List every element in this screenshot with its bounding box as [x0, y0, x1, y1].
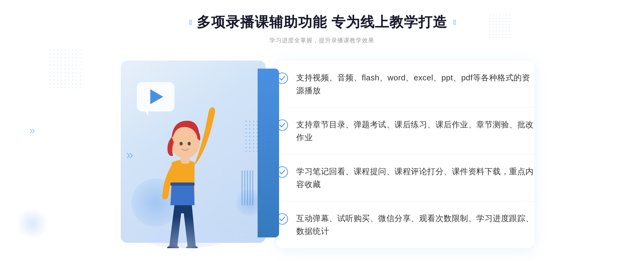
- ground-glow: [131, 216, 239, 248]
- sub-title: 学习进度全掌握，提升录播课教学效果: [189, 36, 455, 44]
- header-section: ⁞⁞ 多项录播课辅助功能 专为线上教学打造 ⁞⁞ 学习进度全掌握，提升录播课教学…: [189, 13, 455, 44]
- features-panel: 支持视频、音频、flash、word、excel、ppt、pdf等各种格式的资源…: [276, 61, 534, 248]
- header-title-row: ⁞⁞ 多项录播课辅助功能 专为线上教学打造 ⁞⁞: [189, 13, 455, 32]
- feature-text-3: 学习笔记回看、课程提问、课程评论打分、课件资料下载，重点内容收藏: [296, 165, 534, 191]
- stripe-decoration: [241, 170, 255, 205]
- chevron-left-decoration: »: [30, 125, 35, 136]
- svg-point-4: [180, 142, 183, 146]
- header-dots-left: ⁞⁞: [189, 18, 191, 27]
- feature-item-3: 学习笔记回看、课程提问、课程评论打分、课件资料下载，重点内容收藏: [276, 160, 534, 196]
- feature-item-4: 互动弹幕、试听购买、微信分享、观看次数限制、学习进度跟踪、数据统计: [276, 207, 534, 243]
- illustration-dots: [244, 120, 268, 152]
- svg-rect-6: [170, 182, 195, 186]
- bottom-left-circle-decoration: [16, 207, 48, 240]
- feature-text-2: 支持章节目录、弹题考试、课后练习、课后作业、章节测验、批改作业: [296, 118, 534, 144]
- blue-side-panel: [258, 69, 279, 237]
- illustration-chevrons: »: [126, 147, 131, 162]
- content-section: »: [110, 61, 534, 248]
- divider-2: [276, 154, 534, 155]
- dots-decoration-right: [488, 13, 510, 40]
- svg-point-5: [188, 142, 191, 146]
- dots-decoration-left: [48, 48, 80, 91]
- main-title: 多项录播课辅助功能 专为线上教学打造: [197, 13, 447, 32]
- divider-1: [276, 107, 534, 108]
- page-wrapper: » ⁞⁞ 多项录播课辅助功能 专为线上教学打造 ⁞⁞ 学习进度全掌握，提升录播课…: [0, 0, 644, 261]
- feature-text-1: 支持视频、音频、flash、word、excel、ppt、pdf等各种格式的资源…: [296, 71, 534, 97]
- feature-item-2: 支持章节目录、弹题考试、课后练习、课后作业、章节测验、批改作业: [276, 113, 534, 149]
- header-dots-right: ⁞⁞: [453, 18, 455, 27]
- feature-text-4: 互动弹幕、试听购买、微信分享、观看次数限制、学习进度跟踪、数据统计: [296, 212, 534, 238]
- divider-3: [276, 201, 534, 202]
- illustration-area: »: [110, 61, 276, 248]
- feature-item-1: 支持视频、音频、flash、word、excel、ppt、pdf等各种格式的资源…: [276, 66, 534, 102]
